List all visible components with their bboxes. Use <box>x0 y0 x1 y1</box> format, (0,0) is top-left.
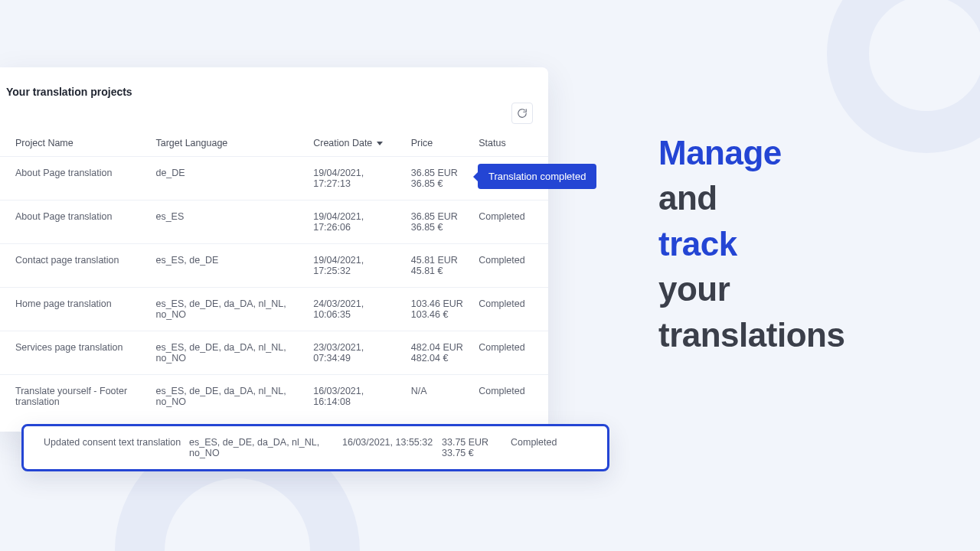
cell-status: Completed <box>472 375 548 419</box>
cell-lang: es_ES, de_DE, da_DA, nl_NL, no_NO <box>149 331 307 375</box>
cell-date: 24/03/2021, 10:06:35 <box>307 288 405 331</box>
cell-price: 33.75 EUR33.75 € <box>442 437 511 458</box>
cell-price: 36.85 EUR36.85 € <box>405 201 472 244</box>
col-header-lang[interactable]: Target Language <box>149 130 307 157</box>
decorative-ring-top <box>827 0 980 153</box>
table-row[interactable]: About Page translation de_DE 19/04/2021,… <box>0 157 548 201</box>
cell-lang: es_ES, de_DE, da_DA, nl_NL, no_NO <box>189 437 342 458</box>
cell-lang: es_ES, de_DE, da_DA, nl_NL, no_NO <box>149 288 307 331</box>
cell-date: 16/03/2021, 13:55:32 <box>342 437 442 448</box>
col-header-status[interactable]: Status <box>472 130 548 157</box>
cell-name: Home page translation <box>0 288 149 331</box>
projects-table: Project Name Target Language Creation Da… <box>0 130 548 418</box>
cell-price: N/A <box>405 375 472 419</box>
col-header-date-label: Creation Date <box>313 138 372 148</box>
cell-status: Completed <box>472 288 548 331</box>
card-title: Your translation projects <box>0 86 548 103</box>
cell-date: 19/04/2021, 17:25:32 <box>307 244 405 288</box>
cell-date: 23/03/2021, 07:34:49 <box>307 331 405 375</box>
cell-name: About Page translation <box>0 157 149 201</box>
cell-date: 19/04/2021, 17:27:13 <box>307 157 405 201</box>
cell-lang: es_ES <box>149 201 307 244</box>
sort-desc-icon <box>377 142 383 145</box>
table-row[interactable]: Services page translation es_ES, de_DE, … <box>0 331 548 375</box>
refresh-icon <box>517 108 528 119</box>
cell-lang: de_DE <box>149 157 307 201</box>
cell-price: 103.46 EUR103.46 € <box>405 288 472 331</box>
col-header-name[interactable]: Project Name <box>0 130 149 157</box>
cell-name: Translate yourself - Footer translation <box>0 375 149 419</box>
headline-word: and <box>658 175 844 220</box>
cell-lang: es_ES, de_DE, da_DA, nl_NL, no_NO <box>149 375 307 419</box>
cell-date: 16/03/2021, 16:14:08 <box>307 375 405 419</box>
headline-word: track <box>658 221 844 266</box>
headline-word: translations <box>658 312 844 357</box>
cell-status: Completed <box>472 244 548 288</box>
cell-status: Completed <box>472 201 548 244</box>
cell-date: 19/04/2021, 17:26:06 <box>307 201 405 244</box>
table-row[interactable]: Home page translation es_ES, de_DE, da_D… <box>0 288 548 331</box>
cell-name: Services page translation <box>0 331 149 375</box>
projects-card: Your translation projects Project Name T… <box>0 67 548 432</box>
cell-price: 36.85 EUR36.85 € <box>405 157 472 201</box>
cell-name: About Page translation <box>0 201 149 244</box>
cell-price: 482.04 EUR482.04 € <box>405 331 472 375</box>
cell-status: Completed <box>511 437 592 448</box>
status-tooltip: Translation completed <box>478 164 596 189</box>
highlighted-row[interactable]: Updated consent text translation es_ES, … <box>21 424 609 471</box>
cell-lang: es_ES, de_DE <box>149 244 307 288</box>
refresh-button[interactable] <box>511 103 533 124</box>
cell-name: Contact page translation <box>0 244 149 288</box>
headline-word: Manage <box>658 130 844 175</box>
cell-status: Completed <box>472 331 548 375</box>
table-row[interactable]: Contact page translation es_ES, de_DE 19… <box>0 244 548 288</box>
cell-name: Updated consent text translation <box>44 437 189 448</box>
col-header-price[interactable]: Price <box>405 130 472 157</box>
col-header-date[interactable]: Creation Date <box>307 130 405 157</box>
marketing-headline: Manage and track your translations <box>658 130 844 357</box>
table-row[interactable]: About Page translation es_ES 19/04/2021,… <box>0 201 548 244</box>
headline-word: your <box>658 266 844 311</box>
table-row[interactable]: Translate yourself - Footer translation … <box>0 375 548 419</box>
cell-price: 45.81 EUR45.81 € <box>405 244 472 288</box>
